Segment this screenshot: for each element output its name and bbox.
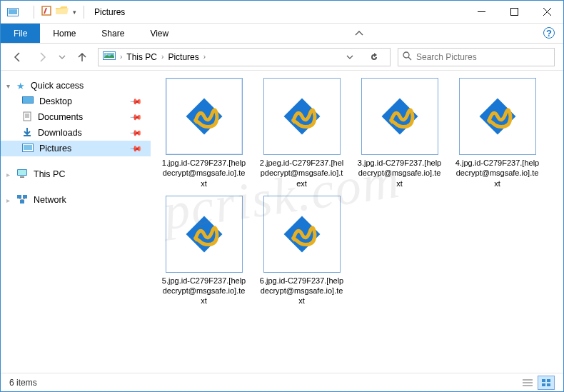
nav-quick-access[interactable]: ▾ ★ Quick access bbox=[1, 78, 151, 94]
nav-downloads[interactable]: Downloads 📌 bbox=[1, 125, 151, 141]
search-icon bbox=[403, 51, 412, 63]
file-name: 2.jpeg.id-C279F237.[helpdecrypt@msgsafe.… bbox=[259, 158, 345, 189]
chevron-right-icon[interactable]: ▸ bbox=[6, 171, 10, 179]
file-item[interactable]: 6.jpg.id-C279F237.[helpdecrypt@msgsafe.i… bbox=[257, 196, 346, 306]
help-icon[interactable]: ? bbox=[543, 27, 555, 39]
crumb-label: This PC bbox=[126, 52, 157, 62]
file-list[interactable]: 1.jpg.id-C279F237.[helpdecrypt@msgsafe.i… bbox=[151, 71, 563, 373]
svg-rect-26 bbox=[20, 176, 24, 178]
chevron-right-icon[interactable]: › bbox=[120, 53, 122, 61]
address-dropdown-icon[interactable] bbox=[341, 54, 358, 61]
tab-file[interactable]: File bbox=[1, 24, 40, 43]
file-name: 5.jpg.id-C279F237.[helpdecrypt@msgsafe.i… bbox=[161, 276, 247, 306]
nav-label: Pictures bbox=[39, 144, 71, 154]
svg-rect-5 bbox=[510, 9, 518, 16]
pin-icon: 📌 bbox=[129, 94, 142, 108]
file-item[interactable]: 2.jpeg.id-C279F237.[helpdecrypt@msgsafe.… bbox=[257, 78, 346, 189]
nav-label: Downloads bbox=[38, 128, 82, 138]
titlebar: ▾ Pictures bbox=[1, 1, 563, 24]
titlebar-left-icons: ▾ bbox=[6, 6, 87, 19]
svg-rect-2 bbox=[9, 9, 17, 14]
crumb-pictures[interactable]: Pictures bbox=[168, 52, 198, 62]
window-title: Pictures bbox=[94, 7, 125, 17]
file-name: 4.jpg.id-C279F237.[helpdecrypt@msgsafe.i… bbox=[455, 158, 540, 189]
file-item[interactable]: 1.jpg.id-C279F237.[helpdecrypt@msgsafe.i… bbox=[159, 78, 248, 189]
chevron-down-icon[interactable]: ▾ bbox=[6, 82, 10, 90]
explorer-window: ▾ Pictures File Home Share View ? › This… bbox=[0, 0, 564, 392]
chevron-right-icon[interactable]: ▸ bbox=[6, 196, 10, 204]
svg-rect-25 bbox=[18, 170, 26, 175]
chevron-right-icon[interactable]: › bbox=[161, 53, 163, 61]
status-bar: 6 items bbox=[1, 373, 563, 391]
file-thumbnail bbox=[459, 78, 536, 155]
address-bar: › This PC › Pictures › Search Pictures bbox=[1, 44, 563, 71]
file-thumbnail bbox=[263, 196, 341, 273]
tab-share[interactable]: Share bbox=[89, 24, 137, 43]
file-name: 6.jpg.id-C279F237.[helpdecrypt@msgsafe.i… bbox=[259, 276, 345, 306]
maximize-button[interactable] bbox=[498, 1, 530, 23]
ribbon-expand-icon[interactable] bbox=[351, 24, 367, 43]
close-button[interactable] bbox=[530, 1, 563, 23]
search-placeholder: Search Pictures bbox=[416, 52, 477, 62]
svg-line-13 bbox=[408, 57, 411, 60]
pin-icon: 📌 bbox=[129, 126, 142, 139]
breadcrumb[interactable]: › This PC › Pictures › bbox=[98, 48, 391, 66]
forward-button[interactable] bbox=[34, 49, 51, 66]
search-input[interactable]: Search Pictures bbox=[398, 48, 555, 66]
qat-properties-icon[interactable] bbox=[41, 6, 51, 19]
svg-line-31 bbox=[22, 198, 25, 200]
file-item[interactable]: 3.jpg.id-C279F237.[helpdecrypt@msgsafe.i… bbox=[355, 78, 444, 189]
pictures-icon bbox=[22, 144, 34, 154]
file-thumbnail bbox=[166, 196, 243, 273]
tab-home[interactable]: Home bbox=[40, 24, 89, 43]
downloads-icon bbox=[22, 127, 32, 139]
nav-pictures[interactable]: Pictures 📌 bbox=[1, 141, 151, 156]
item-count: 6 items bbox=[9, 378, 37, 388]
svg-rect-44 bbox=[547, 383, 550, 386]
svg-rect-27 bbox=[17, 195, 21, 198]
crumb-this-pc[interactable]: This PC bbox=[126, 52, 157, 62]
refresh-button[interactable] bbox=[363, 52, 386, 62]
documents-icon bbox=[22, 111, 32, 124]
recent-dropdown-icon[interactable] bbox=[58, 49, 66, 66]
view-buttons bbox=[519, 376, 555, 390]
crumb-label: Pictures bbox=[168, 52, 198, 62]
app-icon bbox=[6, 6, 19, 19]
nav-documents[interactable]: Documents 📌 bbox=[1, 109, 151, 125]
window-buttons bbox=[465, 1, 563, 23]
qat-dropdown-icon[interactable]: ▾ bbox=[73, 9, 76, 16]
svg-rect-16 bbox=[24, 112, 31, 121]
view-details-button[interactable] bbox=[519, 376, 536, 390]
location-pictures-icon bbox=[103, 51, 116, 63]
pin-icon: 📌 bbox=[129, 141, 142, 155]
svg-rect-15 bbox=[23, 97, 33, 103]
thispc-icon bbox=[16, 169, 28, 181]
nav-pane: ▾ ★ Quick access Desktop 📌 Documents 📌 D… bbox=[1, 71, 151, 373]
nav-label: Network bbox=[34, 195, 66, 205]
file-thumbnail bbox=[263, 78, 341, 155]
file-item[interactable]: 5.jpg.id-C279F237.[helpdecrypt@msgsafe.i… bbox=[159, 196, 248, 306]
nav-label: Quick access bbox=[31, 81, 84, 91]
nav-this-pc[interactable]: ▸ This PC bbox=[1, 166, 151, 182]
nav-label: Desktop bbox=[39, 96, 72, 106]
view-thumbnails-button[interactable] bbox=[538, 376, 555, 390]
nav-label: Documents bbox=[38, 112, 83, 122]
svg-rect-3 bbox=[42, 6, 51, 15]
back-button[interactable] bbox=[9, 49, 26, 66]
chevron-right-icon[interactable]: › bbox=[203, 53, 206, 61]
network-icon bbox=[16, 194, 28, 206]
separator bbox=[84, 6, 84, 19]
file-item[interactable]: 4.jpg.id-C279F237.[helpdecrypt@msgsafe.i… bbox=[453, 78, 542, 189]
spacer bbox=[1, 182, 151, 192]
star-icon: ★ bbox=[16, 81, 25, 91]
svg-rect-23 bbox=[24, 145, 32, 150]
qat-newfolder-icon[interactable] bbox=[56, 6, 69, 19]
up-button[interactable] bbox=[74, 49, 91, 66]
nav-desktop[interactable]: Desktop 📌 bbox=[1, 94, 151, 109]
nav-network[interactable]: ▸ Network bbox=[1, 192, 151, 208]
svg-rect-43 bbox=[542, 383, 545, 386]
file-name: 1.jpg.id-C279F237.[helpdecrypt@msgsafe.i… bbox=[161, 158, 247, 189]
file-name: 3.jpg.id-C279F237.[helpdecrypt@msgsafe.i… bbox=[357, 158, 443, 189]
minimize-button[interactable] bbox=[465, 1, 498, 23]
tab-view[interactable]: View bbox=[137, 24, 181, 43]
